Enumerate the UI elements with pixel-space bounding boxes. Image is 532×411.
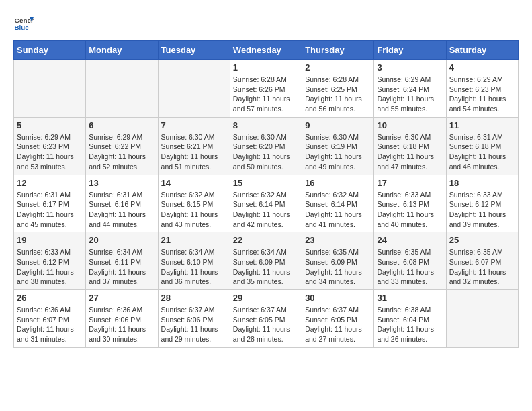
day-info: Sunrise: 6:35 AMSunset: 6:07 PMDaylight:…	[449, 247, 515, 287]
day-info: Sunrise: 6:34 AMSunset: 6:10 PMDaylight:…	[161, 247, 227, 287]
calendar-cell: 23Sunrise: 6:35 AMSunset: 6:09 PMDayligh…	[302, 232, 374, 290]
day-number: 30	[305, 293, 371, 303]
calendar-cell: 27Sunrise: 6:36 AMSunset: 6:06 PMDayligh…	[86, 290, 158, 348]
calendar-week-row: 1Sunrise: 6:28 AMSunset: 6:26 PMDaylight…	[14, 60, 519, 118]
calendar-cell: 19Sunrise: 6:33 AMSunset: 6:12 PMDayligh…	[14, 232, 86, 290]
day-info: Sunrise: 6:34 AMSunset: 6:09 PMDaylight:…	[233, 247, 299, 287]
calendar-cell: 6Sunrise: 6:29 AMSunset: 6:22 PMDaylight…	[86, 117, 158, 175]
day-info: Sunrise: 6:36 AMSunset: 6:07 PMDaylight:…	[17, 305, 83, 345]
day-info: Sunrise: 6:34 AMSunset: 6:11 PMDaylight:…	[89, 247, 154, 287]
day-info: Sunrise: 6:35 AMSunset: 6:09 PMDaylight:…	[305, 247, 371, 287]
day-number: 11	[449, 120, 515, 130]
calendar-cell: 30Sunrise: 6:37 AMSunset: 6:05 PMDayligh…	[302, 290, 374, 348]
day-number: 15	[233, 178, 299, 188]
day-number: 10	[377, 120, 443, 130]
calendar-cell: 5Sunrise: 6:29 AMSunset: 6:23 PMDaylight…	[14, 117, 86, 175]
calendar-week-row: 12Sunrise: 6:31 AMSunset: 6:17 PMDayligh…	[14, 175, 519, 232]
day-number: 8	[233, 120, 299, 130]
day-number: 16	[305, 178, 371, 188]
day-number: 25	[449, 235, 515, 245]
day-number: 4	[449, 62, 515, 73]
day-info: Sunrise: 6:38 AMSunset: 6:04 PMDaylight:…	[377, 305, 443, 345]
day-number: 22	[233, 235, 299, 245]
calendar-cell: 1Sunrise: 6:28 AMSunset: 6:26 PMDaylight…	[230, 60, 302, 118]
day-number: 3	[377, 62, 443, 73]
calendar-week-row: 26Sunrise: 6:36 AMSunset: 6:07 PMDayligh…	[14, 290, 519, 348]
calendar-cell: 25Sunrise: 6:35 AMSunset: 6:07 PMDayligh…	[446, 232, 518, 290]
calendar-cell: 8Sunrise: 6:30 AMSunset: 6:20 PMDaylight…	[230, 117, 302, 175]
col-header-tuesday: Tuesday	[158, 41, 230, 60]
col-header-wednesday: Wednesday	[230, 41, 302, 60]
day-number: 28	[161, 293, 227, 303]
calendar-cell: 17Sunrise: 6:33 AMSunset: 6:13 PMDayligh…	[374, 175, 446, 232]
day-number: 19	[17, 235, 83, 245]
day-number: 29	[233, 293, 299, 303]
calendar-cell	[158, 60, 230, 118]
day-number: 23	[305, 235, 371, 245]
day-info: Sunrise: 6:29 AMSunset: 6:22 PMDaylight:…	[89, 132, 154, 172]
calendar-cell	[14, 60, 86, 118]
calendar-cell: 16Sunrise: 6:32 AMSunset: 6:14 PMDayligh…	[302, 175, 374, 232]
day-info: Sunrise: 6:37 AMSunset: 6:05 PMDaylight:…	[233, 305, 299, 345]
day-number: 12	[17, 178, 83, 188]
calendar-header-row: SundayMondayTuesdayWednesdayThursdayFrid…	[14, 41, 519, 60]
day-info: Sunrise: 6:36 AMSunset: 6:06 PMDaylight:…	[89, 305, 154, 345]
calendar-cell: 31Sunrise: 6:38 AMSunset: 6:04 PMDayligh…	[374, 290, 446, 348]
col-header-saturday: Saturday	[446, 41, 518, 60]
calendar-cell: 22Sunrise: 6:34 AMSunset: 6:09 PMDayligh…	[230, 232, 302, 290]
calendar-cell: 3Sunrise: 6:29 AMSunset: 6:24 PMDaylight…	[374, 60, 446, 118]
day-number: 20	[89, 235, 154, 245]
day-number: 21	[161, 235, 227, 245]
day-number: 1	[233, 62, 299, 73]
calendar-cell: 14Sunrise: 6:32 AMSunset: 6:15 PMDayligh…	[158, 175, 230, 232]
calendar-cell: 2Sunrise: 6:28 AMSunset: 6:25 PMDaylight…	[302, 60, 374, 118]
day-info: Sunrise: 6:31 AMSunset: 6:16 PMDaylight:…	[89, 190, 154, 230]
day-info: Sunrise: 6:32 AMSunset: 6:14 PMDaylight:…	[233, 190, 299, 230]
day-info: Sunrise: 6:33 AMSunset: 6:12 PMDaylight:…	[449, 190, 515, 230]
day-number: 31	[377, 293, 443, 303]
calendar-cell: 18Sunrise: 6:33 AMSunset: 6:12 PMDayligh…	[446, 175, 518, 232]
day-info: Sunrise: 6:37 AMSunset: 6:06 PMDaylight:…	[161, 305, 227, 345]
calendar-week-row: 5Sunrise: 6:29 AMSunset: 6:23 PMDaylight…	[14, 117, 519, 175]
day-info: Sunrise: 6:32 AMSunset: 6:15 PMDaylight:…	[161, 190, 227, 230]
day-number: 18	[449, 178, 515, 188]
day-number: 2	[305, 62, 371, 73]
calendar-cell: 15Sunrise: 6:32 AMSunset: 6:14 PMDayligh…	[230, 175, 302, 232]
day-info: Sunrise: 6:28 AMSunset: 6:25 PMDaylight:…	[305, 75, 371, 114]
day-number: 26	[17, 293, 83, 303]
day-info: Sunrise: 6:29 AMSunset: 6:23 PMDaylight:…	[17, 132, 83, 172]
day-number: 13	[89, 178, 154, 188]
day-number: 24	[377, 235, 443, 245]
day-info: Sunrise: 6:30 AMSunset: 6:21 PMDaylight:…	[161, 132, 227, 172]
day-info: Sunrise: 6:30 AMSunset: 6:20 PMDaylight:…	[233, 132, 299, 172]
calendar-cell: 12Sunrise: 6:31 AMSunset: 6:17 PMDayligh…	[14, 175, 86, 232]
calendar-cell	[86, 60, 158, 118]
col-header-monday: Monday	[86, 41, 158, 60]
calendar-cell: 20Sunrise: 6:34 AMSunset: 6:11 PMDayligh…	[86, 232, 158, 290]
col-header-friday: Friday	[374, 41, 446, 60]
logo-icon: General Blue	[13, 13, 34, 34]
calendar-cell: 24Sunrise: 6:35 AMSunset: 6:08 PMDayligh…	[374, 232, 446, 290]
calendar-cell: 26Sunrise: 6:36 AMSunset: 6:07 PMDayligh…	[14, 290, 86, 348]
day-info: Sunrise: 6:28 AMSunset: 6:26 PMDaylight:…	[233, 75, 299, 114]
calendar-cell: 9Sunrise: 6:30 AMSunset: 6:19 PMDaylight…	[302, 117, 374, 175]
calendar-table: SundayMondayTuesdayWednesdayThursdayFrid…	[13, 40, 519, 348]
day-info: Sunrise: 6:35 AMSunset: 6:08 PMDaylight:…	[377, 247, 443, 287]
day-info: Sunrise: 6:30 AMSunset: 6:18 PMDaylight:…	[377, 132, 443, 172]
day-info: Sunrise: 6:30 AMSunset: 6:19 PMDaylight:…	[305, 132, 371, 172]
day-info: Sunrise: 6:29 AMSunset: 6:24 PMDaylight:…	[377, 75, 443, 114]
calendar-cell: 29Sunrise: 6:37 AMSunset: 6:05 PMDayligh…	[230, 290, 302, 348]
day-info: Sunrise: 6:33 AMSunset: 6:13 PMDaylight:…	[377, 190, 443, 230]
calendar-cell: 28Sunrise: 6:37 AMSunset: 6:06 PMDayligh…	[158, 290, 230, 348]
calendar-cell: 13Sunrise: 6:31 AMSunset: 6:16 PMDayligh…	[86, 175, 158, 232]
header: General Blue	[13, 13, 519, 34]
col-header-sunday: Sunday	[14, 41, 86, 60]
day-number: 17	[377, 178, 443, 188]
day-info: Sunrise: 6:33 AMSunset: 6:12 PMDaylight:…	[17, 247, 83, 287]
day-info: Sunrise: 6:32 AMSunset: 6:14 PMDaylight:…	[305, 190, 371, 230]
calendar-week-row: 19Sunrise: 6:33 AMSunset: 6:12 PMDayligh…	[14, 232, 519, 290]
day-number: 9	[305, 120, 371, 130]
col-header-thursday: Thursday	[302, 41, 374, 60]
day-number: 5	[17, 120, 83, 130]
calendar-cell: 21Sunrise: 6:34 AMSunset: 6:10 PMDayligh…	[158, 232, 230, 290]
